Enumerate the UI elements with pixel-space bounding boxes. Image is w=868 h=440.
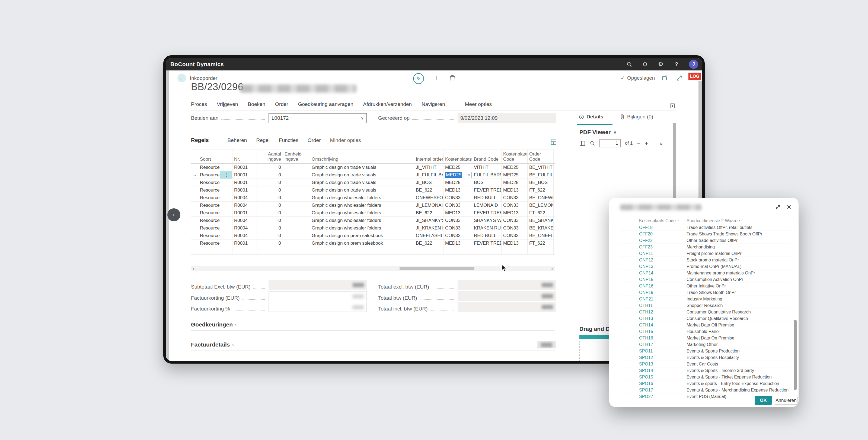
cell-internal-order[interactable]: JI_FULFIL BARS	[414, 171, 443, 178]
cell-brand-code[interactable]: BOS	[472, 179, 501, 186]
lines-menu-item-beheren[interactable]: Beheren	[227, 137, 247, 143]
cell-brand-code[interactable]: SHANKYS W...	[472, 217, 501, 224]
col-omschrijving[interactable]: Omschrijving	[310, 150, 414, 163]
cell-aantal[interactable]: 0	[257, 179, 283, 186]
table-row[interactable]: →Resource⋮R00010Graphic design on trade …	[191, 171, 555, 179]
cell-nr[interactable]: R0004	[232, 217, 257, 224]
cell-omschrijving[interactable]: Graphic design on trade visuals	[310, 179, 414, 186]
cell-omschrijving[interactable]: Graphic design wholesaler folders	[310, 202, 414, 209]
edit-pencil-button[interactable]: ✎	[413, 73, 424, 84]
item-code[interactable]: OTH14	[620, 323, 686, 328]
cell-brand-code[interactable]: RED BULL	[472, 194, 501, 201]
cell-soort[interactable]: Resource	[198, 224, 220, 232]
dialog-list-item[interactable]: OTH15Household Panel	[620, 328, 791, 335]
cell-omschrijving[interactable]	[310, 247, 414, 255]
table-row[interactable]: ResourceR00040Graphic design wholesaler …	[191, 224, 555, 232]
dialog-list-item[interactable]: ONP15Consumption Activation OnPr	[620, 276, 791, 283]
cell-soort[interactable]: Resource	[198, 171, 220, 178]
menu-item-order[interactable]: Order	[275, 101, 288, 107]
cell-eenheid[interactable]	[283, 232, 310, 239]
hscroll-thumb[interactable]	[400, 267, 474, 270]
cell-soort[interactable]	[198, 247, 220, 255]
cell-soort[interactable]: Resource	[198, 179, 220, 186]
cell-kostenplaats-code[interactable]: MED13	[501, 239, 528, 247]
item-code[interactable]: ONP13	[620, 264, 686, 269]
cell-brand-code[interactable]: FEVER TREE	[472, 209, 501, 216]
tab-bijlagen[interactable]: Bijlagen (0)	[620, 114, 653, 120]
cell-soort[interactable]: Resource	[198, 239, 220, 247]
item-code[interactable]: OFF18	[620, 225, 686, 230]
cancel-button[interactable]: Annuleren	[775, 396, 798, 405]
cell-eenheid[interactable]	[283, 194, 310, 201]
cell-omschrijving[interactable]: Graphic design wholesaler folders	[310, 209, 414, 216]
breadcrumb[interactable]: Inkooporder	[190, 75, 217, 81]
dialog-list-item[interactable]: OTH17Marketing Other	[620, 341, 791, 348]
cell-aantal[interactable]: 0	[257, 209, 283, 216]
row-select-cell[interactable]	[220, 187, 232, 194]
new-button[interactable]: +	[431, 73, 441, 83]
cell-nr[interactable]: R0001	[232, 209, 257, 216]
item-code[interactable]: SPO27	[620, 394, 686, 399]
row-select-cell[interactable]	[220, 164, 232, 171]
dialog-list-item[interactable]: ONP21Industry Marketing	[620, 296, 791, 302]
lines-menu-item-regel[interactable]: Regel	[256, 137, 270, 143]
dialog-list-item[interactable]: ONP14Maintenance promo materials OnPr	[620, 270, 791, 276]
cell-internal-order[interactable]: BE_622	[414, 239, 443, 247]
cell-kostenplaats[interactable]: CON33	[443, 232, 472, 239]
item-code[interactable]: ONP11	[620, 251, 686, 256]
cell-eenheid[interactable]	[283, 217, 310, 224]
cell-omschrijving[interactable]: Graphic design wholesaler folders	[310, 217, 414, 224]
cell-internal-order[interactable]: JI_LEMONAID	[414, 202, 443, 209]
cell-internal-order[interactable]: ONEFLASHI	[414, 232, 443, 239]
cell-brand-code[interactable]: LEMONAID	[472, 202, 501, 209]
cell-internal-order-code[interactable]: BE_BOS	[528, 179, 554, 186]
cell-internal-order-code[interactable]: BE_ONEFLASH	[528, 232, 554, 239]
chevron-down-icon[interactable]: ∨	[468, 173, 470, 177]
user-avatar[interactable]: J	[689, 60, 698, 69]
cell-eenheid[interactable]	[283, 179, 310, 186]
cell-nr[interactable]: R0001	[232, 171, 257, 178]
cell-internal-order-code[interactable]: FT_622	[528, 187, 554, 194]
item-code[interactable]: ONP14	[620, 271, 686, 275]
cell-eenheid[interactable]	[283, 247, 310, 255]
cell-aantal[interactable]	[257, 247, 283, 255]
cell-eenheid[interactable]	[283, 202, 310, 209]
cell-kostenplaats-code[interactable]: CON33	[501, 224, 528, 232]
cell-kostenplaats[interactable]: CON33	[443, 194, 472, 201]
item-code[interactable]: SPO17	[620, 388, 686, 393]
cell-internal-order-code[interactable]	[528, 247, 554, 255]
item-code[interactable]: ONP12	[620, 258, 686, 263]
cell-internal-order[interactable]	[414, 247, 443, 255]
item-code[interactable]: OTH12	[620, 310, 686, 314]
table-row[interactable]	[191, 247, 555, 255]
table-row[interactable]: ResourceR00040Graphic design wholesaler …	[191, 194, 555, 202]
lines-menu-item-order[interactable]: Order	[308, 137, 321, 143]
cell-omschrijving[interactable]: Graphic design on trade visuals	[310, 164, 414, 171]
cell-omschrijving[interactable]: Graphic design on trade visuals	[310, 187, 414, 194]
pdf-viewer-title[interactable]: PDF Viewer ∨	[579, 129, 617, 135]
cell-kostenplaats-code[interactable]: CON33	[501, 232, 528, 239]
row-select-cell[interactable]: ⋮	[220, 171, 232, 178]
dialog-scrollbar-thumb[interactable]	[794, 320, 797, 390]
cell-internal-order[interactable]: JI_KRAKEN R...	[414, 224, 443, 232]
item-code[interactable]: ONP15	[620, 277, 686, 282]
factuurkorting-eur-input[interactable]	[269, 291, 367, 301]
cell-aantal[interactable]: 0	[257, 217, 283, 224]
cell-nr[interactable]: R0001	[232, 239, 257, 247]
row-select-cell[interactable]	[220, 232, 232, 239]
dialog-list-item[interactable]: OFF20Trade Shows Trade Shows Booth OffPr	[620, 231, 791, 237]
cell-internal-order-code[interactable]: BE_ONEWHSF	[528, 194, 554, 201]
cell-internal-order-code[interactable]: BE_SHANKY'S	[528, 217, 554, 224]
tab-details[interactable]: Details	[579, 114, 603, 120]
col-eenheid-ingave[interactable]: Eenheid ingave	[283, 150, 310, 163]
cell-internal-order-code[interactable]: FT_622	[528, 239, 554, 247]
collapse-pane-button[interactable]: ‹	[167, 208, 180, 222]
cell-nr[interactable]: R0004	[232, 224, 257, 232]
dialog-list-item[interactable]: SPO14Events & Sports - Income 3rd party	[620, 367, 791, 374]
menu-item-vrijgeven[interactable]: Vrijgeven	[217, 101, 238, 107]
zoom-in-icon[interactable]: +	[645, 140, 648, 147]
cell-internal-order[interactable]: BE_622	[414, 209, 443, 216]
focus-mode-icon[interactable]	[670, 103, 675, 109]
cell-kostenplaats[interactable]: CON33	[443, 202, 472, 209]
row-select-cell[interactable]	[220, 179, 232, 186]
